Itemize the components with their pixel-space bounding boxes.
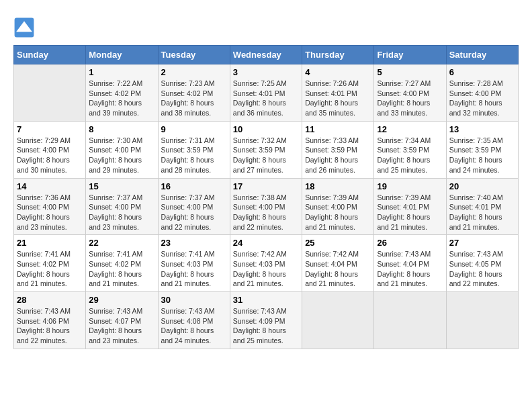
day-info: Sunrise: 7:39 AM Sunset: 4:00 PM Dayligh… <box>305 193 371 232</box>
calendar-week-row: 1Sunrise: 7:22 AM Sunset: 4:02 PM Daylig… <box>14 64 519 122</box>
calendar-day-cell <box>446 292 518 349</box>
day-info: Sunrise: 7:41 AM Sunset: 4:03 PM Dayligh… <box>161 249 227 289</box>
calendar-day-cell: 18Sunrise: 7:39 AM Sunset: 4:00 PM Dayli… <box>302 178 374 235</box>
calendar-day-cell: 3Sunrise: 7:25 AM Sunset: 4:01 PM Daylig… <box>230 64 302 122</box>
calendar-day-cell: 27Sunrise: 7:43 AM Sunset: 4:05 PM Dayli… <box>446 235 518 292</box>
calendar-day-cell: 25Sunrise: 7:42 AM Sunset: 4:04 PM Dayli… <box>302 235 374 292</box>
day-info: Sunrise: 7:35 AM Sunset: 3:59 PM Dayligh… <box>449 136 515 175</box>
calendar-day-cell: 1Sunrise: 7:22 AM Sunset: 4:02 PM Daylig… <box>86 64 158 122</box>
day-info: Sunrise: 7:32 AM Sunset: 3:59 PM Dayligh… <box>233 136 299 175</box>
calendar-day-cell: 14Sunrise: 7:36 AM Sunset: 4:00 PM Dayli… <box>14 178 86 235</box>
day-number: 25 <box>305 238 371 248</box>
day-info: Sunrise: 7:37 AM Sunset: 4:00 PM Dayligh… <box>161 193 227 232</box>
day-info: Sunrise: 7:43 AM Sunset: 4:05 PM Dayligh… <box>449 249 515 289</box>
calendar-day-cell: 16Sunrise: 7:37 AM Sunset: 4:00 PM Dayli… <box>158 178 230 235</box>
day-info: Sunrise: 7:30 AM Sunset: 4:00 PM Dayligh… <box>89 136 154 175</box>
day-info: Sunrise: 7:37 AM Sunset: 4:00 PM Dayligh… <box>89 193 154 232</box>
day-info: Sunrise: 7:23 AM Sunset: 4:02 PM Dayligh… <box>161 79 227 118</box>
day-info: Sunrise: 7:27 AM Sunset: 4:00 PM Dayligh… <box>377 79 443 118</box>
calendar-day-cell: 15Sunrise: 7:37 AM Sunset: 4:00 PM Dayli… <box>86 178 158 235</box>
day-number: 12 <box>377 124 443 134</box>
day-info: Sunrise: 7:25 AM Sunset: 4:01 PM Dayligh… <box>233 79 299 118</box>
day-number: 29 <box>89 295 154 305</box>
calendar-day-cell: 6Sunrise: 7:28 AM Sunset: 4:00 PM Daylig… <box>446 64 518 122</box>
day-number: 17 <box>233 181 299 191</box>
calendar-week-row: 21Sunrise: 7:41 AM Sunset: 4:02 PM Dayli… <box>14 235 519 292</box>
day-number: 27 <box>449 238 515 248</box>
calendar-table: SundayMondayTuesdayWednesdayThursdayFrid… <box>13 45 519 349</box>
weekday-header-thursday: Thursday <box>302 46 374 64</box>
day-info: Sunrise: 7:29 AM Sunset: 4:00 PM Dayligh… <box>17 136 83 175</box>
day-number: 6 <box>449 67 515 77</box>
calendar-day-cell: 20Sunrise: 7:40 AM Sunset: 4:01 PM Dayli… <box>446 178 518 235</box>
calendar-day-cell: 24Sunrise: 7:42 AM Sunset: 4:03 PM Dayli… <box>230 235 302 292</box>
calendar-day-cell: 12Sunrise: 7:34 AM Sunset: 3:59 PM Dayli… <box>374 121 446 178</box>
logo <box>13 17 38 38</box>
day-number: 7 <box>17 124 83 134</box>
logo-icon <box>13 17 35 38</box>
day-info: Sunrise: 7:36 AM Sunset: 4:00 PM Dayligh… <box>17 193 83 232</box>
day-info: Sunrise: 7:22 AM Sunset: 4:02 PM Dayligh… <box>89 79 154 118</box>
calendar-day-cell: 4Sunrise: 7:26 AM Sunset: 4:01 PM Daylig… <box>302 64 374 122</box>
day-number: 11 <box>305 124 371 134</box>
day-number: 21 <box>17 238 83 248</box>
day-info: Sunrise: 7:43 AM Sunset: 4:08 PM Dayligh… <box>161 306 227 346</box>
calendar-day-cell: 22Sunrise: 7:41 AM Sunset: 4:02 PM Dayli… <box>86 235 158 292</box>
calendar-day-cell: 21Sunrise: 7:41 AM Sunset: 4:02 PM Dayli… <box>14 235 86 292</box>
weekday-header-sunday: Sunday <box>14 46 86 64</box>
calendar-day-cell: 8Sunrise: 7:30 AM Sunset: 4:00 PM Daylig… <box>86 121 158 178</box>
day-number: 1 <box>89 67 154 77</box>
weekday-header-friday: Friday <box>374 46 446 64</box>
day-number: 24 <box>233 238 299 248</box>
day-info: Sunrise: 7:42 AM Sunset: 4:04 PM Dayligh… <box>305 249 371 289</box>
calendar-day-cell: 31Sunrise: 7:43 AM Sunset: 4:09 PM Dayli… <box>230 292 302 349</box>
day-info: Sunrise: 7:40 AM Sunset: 4:01 PM Dayligh… <box>449 193 515 232</box>
calendar-day-cell: 29Sunrise: 7:43 AM Sunset: 4:07 PM Dayli… <box>86 292 158 349</box>
weekday-header-row: SundayMondayTuesdayWednesdayThursdayFrid… <box>14 46 519 64</box>
day-number: 26 <box>377 238 443 248</box>
calendar-day-cell <box>302 292 374 349</box>
calendar-day-cell: 7Sunrise: 7:29 AM Sunset: 4:00 PM Daylig… <box>14 121 86 178</box>
day-number: 14 <box>17 181 83 191</box>
day-info: Sunrise: 7:43 AM Sunset: 4:04 PM Dayligh… <box>377 249 443 289</box>
day-number: 20 <box>449 181 515 191</box>
day-number: 2 <box>161 67 227 77</box>
day-info: Sunrise: 7:43 AM Sunset: 4:09 PM Dayligh… <box>233 306 299 346</box>
day-number: 23 <box>161 238 227 248</box>
day-number: 3 <box>233 67 299 77</box>
day-info: Sunrise: 7:43 AM Sunset: 4:07 PM Dayligh… <box>89 306 154 346</box>
calendar-day-cell: 19Sunrise: 7:39 AM Sunset: 4:01 PM Dayli… <box>374 178 446 235</box>
calendar-week-row: 14Sunrise: 7:36 AM Sunset: 4:00 PM Dayli… <box>14 178 519 235</box>
weekday-header-saturday: Saturday <box>446 46 518 64</box>
calendar-body: 1Sunrise: 7:22 AM Sunset: 4:02 PM Daylig… <box>14 64 519 349</box>
weekday-header-monday: Monday <box>86 46 158 64</box>
day-info: Sunrise: 7:31 AM Sunset: 3:59 PM Dayligh… <box>161 136 227 175</box>
calendar-day-cell: 23Sunrise: 7:41 AM Sunset: 4:03 PM Dayli… <box>158 235 230 292</box>
day-info: Sunrise: 7:41 AM Sunset: 4:02 PM Dayligh… <box>17 249 83 289</box>
day-number: 8 <box>89 124 154 134</box>
day-info: Sunrise: 7:26 AM Sunset: 4:01 PM Dayligh… <box>305 79 371 118</box>
calendar-day-cell: 10Sunrise: 7:32 AM Sunset: 3:59 PM Dayli… <box>230 121 302 178</box>
day-info: Sunrise: 7:41 AM Sunset: 4:02 PM Dayligh… <box>89 249 154 289</box>
day-number: 10 <box>233 124 299 134</box>
weekday-header-tuesday: Tuesday <box>158 46 230 64</box>
day-number: 13 <box>449 124 515 134</box>
day-info: Sunrise: 7:33 AM Sunset: 3:59 PM Dayligh… <box>305 136 371 175</box>
calendar-day-cell: 17Sunrise: 7:38 AM Sunset: 4:00 PM Dayli… <box>230 178 302 235</box>
day-number: 16 <box>161 181 227 191</box>
header <box>13 13 519 38</box>
day-number: 18 <box>305 181 371 191</box>
day-number: 22 <box>89 238 154 248</box>
day-number: 31 <box>233 295 299 305</box>
day-info: Sunrise: 7:28 AM Sunset: 4:00 PM Dayligh… <box>449 79 515 118</box>
day-info: Sunrise: 7:43 AM Sunset: 4:06 PM Dayligh… <box>17 306 83 346</box>
day-number: 4 <box>305 67 371 77</box>
day-info: Sunrise: 7:39 AM Sunset: 4:01 PM Dayligh… <box>377 193 443 232</box>
calendar-week-row: 28Sunrise: 7:43 AM Sunset: 4:06 PM Dayli… <box>14 292 519 349</box>
day-number: 15 <box>89 181 154 191</box>
calendar-day-cell <box>14 64 86 122</box>
day-number: 5 <box>377 67 443 77</box>
day-info: Sunrise: 7:34 AM Sunset: 3:59 PM Dayligh… <box>377 136 443 175</box>
day-number: 9 <box>161 124 227 134</box>
calendar-day-cell: 9Sunrise: 7:31 AM Sunset: 3:59 PM Daylig… <box>158 121 230 178</box>
